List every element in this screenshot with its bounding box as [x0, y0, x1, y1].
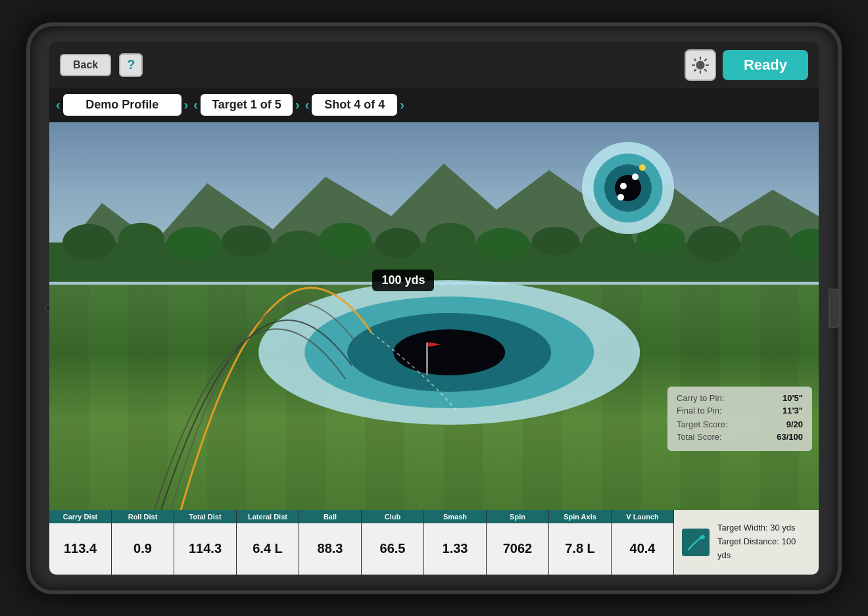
total-score-row: Total Score: 63/100: [677, 432, 803, 442]
data-col-8: Spin Axis7.8 L: [549, 510, 612, 575]
tablet-frame: Back ? Ready ‹ Demo Profile ›: [26, 22, 842, 594]
data-col-value-1: 0.9: [112, 523, 174, 575]
mini-dot-2: [620, 183, 627, 189]
shot-label: Shot 4 of 4: [312, 94, 397, 116]
data-col-header-0: Carry Dist: [49, 510, 111, 523]
stats-panel: Carry to Pin: 10'5" Final to Pin: 11'3" …: [667, 387, 812, 451]
ready-button[interactable]: Ready: [723, 50, 808, 80]
mini-dot-4-yellow: [639, 164, 646, 171]
selector-bar: ‹ Demo Profile › ‹ Target 1 of 5 › ‹ Sho…: [49, 88, 819, 122]
data-columns: Carry Dist113.4Roll Dist0.9Total Dist114…: [49, 510, 674, 575]
data-col-value-4: 88.3: [299, 523, 361, 575]
data-col-5: Club66.5: [362, 510, 424, 575]
profile-next-chevron[interactable]: ›: [184, 97, 189, 112]
data-col-4: Ball88.3: [299, 510, 362, 575]
bottom-info-text: Target Width: 30 yds Target Distance: 10…: [717, 521, 811, 562]
data-col-header-2: Total Dist: [174, 510, 236, 523]
data-col-value-2: 114.3: [174, 523, 236, 575]
data-col-1: Roll Dist0.9: [112, 510, 174, 575]
target-width-text: Target Width: 30 yds: [717, 521, 811, 535]
top-bar: Back ? Ready: [49, 42, 819, 88]
mini-dot-3: [617, 194, 624, 201]
gear-icon: [691, 56, 710, 74]
ring-hole: [393, 329, 505, 375]
data-col-0: Carry Dist113.4: [49, 510, 112, 575]
help-button[interactable]: ?: [119, 53, 143, 77]
carry-to-pin-value: 10'5": [783, 393, 803, 403]
profile-label: Demo Profile: [63, 94, 181, 116]
carry-to-pin-label: Carry to Pin:: [677, 393, 724, 403]
shot-next-chevron[interactable]: ›: [400, 97, 404, 112]
data-col-header-3: Lateral Dist: [237, 510, 299, 523]
data-col-value-8: 7.8 L: [549, 523, 611, 575]
data-col-6: Smash1.33: [424, 510, 487, 575]
data-col-value-0: 113.4: [49, 523, 111, 575]
target-score-label: Target Score:: [677, 419, 727, 429]
data-col-header-1: Roll Dist: [112, 510, 174, 523]
bottom-info-panel: Target Width: 30 yds Target Distance: 10…: [674, 510, 819, 575]
flag-pin: [426, 343, 428, 375]
top-bar-right: Ready: [685, 49, 808, 81]
data-col-header-6: Smash: [424, 510, 486, 523]
data-col-7: Spin7062: [487, 510, 549, 575]
profile-prev-chevron[interactable]: ‹: [56, 97, 60, 112]
target-distance-text: Target Distance: 100 yds: [717, 535, 811, 563]
data-col-3: Lateral Dist6.4 L: [237, 510, 299, 575]
target-prev-chevron[interactable]: ‹: [193, 97, 198, 112]
target-label: Target 1 of 5: [201, 94, 293, 116]
data-col-9: V Launch40.4: [612, 510, 674, 575]
data-col-header-8: Spin Axis: [549, 510, 611, 523]
club-icon-wrap: [682, 529, 710, 556]
data-col-header-7: Spin: [487, 510, 548, 523]
target-selector: ‹ Target 1 of 5 ›: [193, 94, 299, 116]
tablet-screen: Back ? Ready ‹ Demo Profile ›: [49, 42, 819, 575]
data-col-value-5: 66.5: [362, 523, 423, 575]
data-bar: Carry Dist113.4Roll Dist0.9Total Dist114…: [49, 510, 819, 575]
data-col-value-6: 1.33: [424, 523, 486, 575]
settings-button[interactable]: [685, 49, 716, 81]
data-col-2: Total Dist114.3: [174, 510, 237, 575]
final-to-pin-label: Final to Pin:: [677, 406, 722, 415]
tablet-home-button[interactable]: [829, 289, 840, 328]
target-rings: [258, 260, 640, 431]
carry-to-pin-row: Carry to Pin: 10'5": [677, 393, 803, 403]
target-next-chevron[interactable]: ›: [295, 97, 300, 112]
target-score-value: 9/20: [786, 419, 803, 429]
final-to-pin-value: 11'3": [783, 406, 803, 415]
total-score-value: 63/100: [777, 432, 803, 442]
back-button[interactable]: Back: [60, 54, 111, 76]
club-icon: [686, 533, 706, 552]
data-col-header-4: Ball: [299, 510, 361, 523]
target-score-row: Target Score: 9/20: [677, 419, 803, 429]
total-score-label: Total Score:: [677, 432, 722, 442]
final-to-pin-row: Final to Pin: 11'3": [677, 406, 803, 415]
data-col-value-7: 7062: [487, 523, 548, 575]
data-col-header-9: V Launch: [612, 510, 673, 523]
data-col-header-5: Club: [362, 510, 423, 523]
mini-dot-1: [632, 174, 639, 180]
scene-area: 100 yds: [49, 122, 819, 510]
shot-selector: ‹ Shot 4 of 4 ›: [305, 94, 404, 116]
distance-label: 100 yds: [372, 270, 434, 291]
profile-selector: ‹ Demo Profile ›: [56, 94, 188, 116]
data-col-value-9: 40.4: [612, 523, 673, 575]
mini-target-overlay: [582, 142, 674, 234]
shot-prev-chevron[interactable]: ‹: [305, 97, 310, 112]
data-col-value-3: 6.4 L: [237, 523, 299, 575]
